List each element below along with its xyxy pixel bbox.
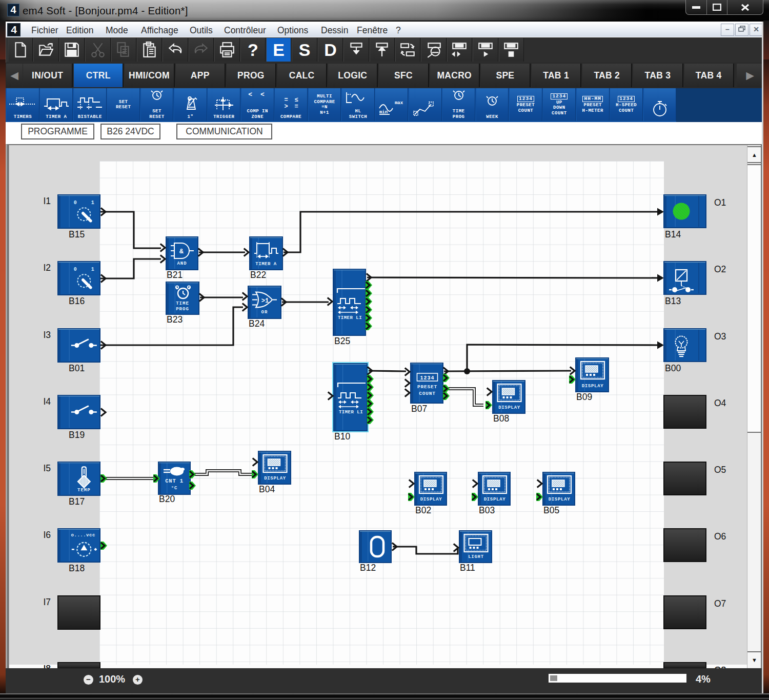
svg-text:I7: I7 — [43, 597, 51, 607]
svg-text:O7: O7 — [714, 598, 726, 609]
svg-text:DISPLAY: DISPLAY — [582, 384, 604, 389]
svg-text:O1: O1 — [714, 197, 726, 208]
svg-text:TIMER LI: TIMER LI — [339, 410, 363, 415]
svg-text:B11: B11 — [460, 563, 475, 573]
svg-text:o....vcc: o....vcc — [71, 533, 95, 538]
svg-text:>: > — [284, 103, 288, 110]
svg-text:I1: I1 — [43, 196, 51, 206]
svg-text:B00: B00 — [665, 363, 681, 373]
svg-text:TIMER A: TIMER A — [255, 262, 276, 267]
svg-text:DISPLAY: DISPLAY — [484, 497, 506, 502]
svg-text:DISPLAY: DISPLAY — [420, 497, 442, 502]
svg-text:LIGHT: LIGHT — [468, 554, 484, 559]
svg-text:TIME: TIME — [176, 301, 189, 306]
svg-text:B03: B03 — [479, 505, 495, 515]
svg-text:TEMP: TEMP — [77, 488, 91, 493]
svg-text:< <: < < — [249, 91, 267, 98]
svg-text:TIMER LI: TIMER LI — [338, 315, 362, 321]
svg-text:B15: B15 — [69, 229, 85, 239]
svg-text:B08: B08 — [493, 413, 509, 424]
svg-text:I5: I5 — [43, 463, 51, 473]
svg-text:B05: B05 — [543, 505, 559, 515]
svg-text:B20: B20 — [159, 494, 175, 504]
svg-text:I3: I3 — [43, 330, 51, 340]
svg-text:COUNT: COUNT — [419, 391, 436, 396]
svg-text:B18: B18 — [69, 563, 85, 573]
svg-text:DISPLAY: DISPLAY — [498, 405, 520, 410]
svg-text:O6: O6 — [714, 531, 726, 542]
svg-text:max: max — [395, 101, 403, 106]
svg-text:B13: B13 — [665, 296, 681, 306]
svg-text:B17: B17 — [69, 496, 85, 507]
svg-text:O3: O3 — [714, 331, 726, 342]
svg-text:B09: B09 — [576, 392, 592, 402]
svg-text:B02: B02 — [415, 505, 431, 515]
svg-text:B16: B16 — [69, 296, 85, 306]
svg-text:1: 1 — [91, 267, 94, 272]
svg-text:>1: >1 — [261, 297, 269, 305]
svg-text:OR: OR — [261, 310, 268, 315]
svg-text:min: min — [379, 110, 388, 115]
svg-text:AND: AND — [177, 261, 187, 266]
svg-text:B14: B14 — [665, 229, 681, 239]
svg-text:I4: I4 — [43, 396, 51, 407]
svg-text:B24: B24 — [249, 318, 265, 329]
svg-text:CNT 1: CNT 1 — [165, 478, 184, 484]
svg-text:0: 0 — [74, 267, 77, 272]
svg-text:I2: I2 — [43, 263, 51, 273]
svg-text:I6: I6 — [43, 530, 51, 540]
svg-text:O2: O2 — [714, 264, 726, 274]
svg-text:B25: B25 — [334, 336, 350, 346]
svg-text:B01: B01 — [69, 363, 85, 373]
svg-text:&: & — [179, 248, 184, 255]
svg-text:1: 1 — [91, 200, 94, 206]
svg-text:DISPLAY: DISPLAY — [264, 476, 286, 481]
svg-text:O5: O5 — [714, 465, 726, 475]
svg-text:≤: ≤ — [294, 96, 298, 104]
svg-text:°C: °C — [171, 486, 177, 491]
svg-text:DISPLAY: DISPLAY — [549, 497, 571, 502]
svg-text:B19: B19 — [69, 430, 85, 440]
svg-text:B04: B04 — [259, 484, 275, 494]
svg-text:I8: I8 — [43, 664, 51, 668]
svg-text:1234: 1234 — [420, 375, 434, 381]
svg-text:0: 0 — [74, 200, 77, 206]
svg-text:O4: O4 — [714, 398, 726, 408]
svg-text:=: = — [284, 96, 288, 104]
svg-text:=: = — [294, 103, 298, 110]
svg-text:PROG: PROG — [176, 307, 189, 312]
svg-text:B22: B22 — [250, 270, 266, 280]
svg-text:B10: B10 — [334, 431, 350, 442]
svg-text:B21: B21 — [167, 270, 183, 280]
svg-text:B12: B12 — [360, 563, 376, 573]
svg-text:B07: B07 — [411, 404, 427, 414]
svg-text:B23: B23 — [167, 314, 183, 325]
svg-text:PRESET: PRESET — [417, 384, 437, 390]
